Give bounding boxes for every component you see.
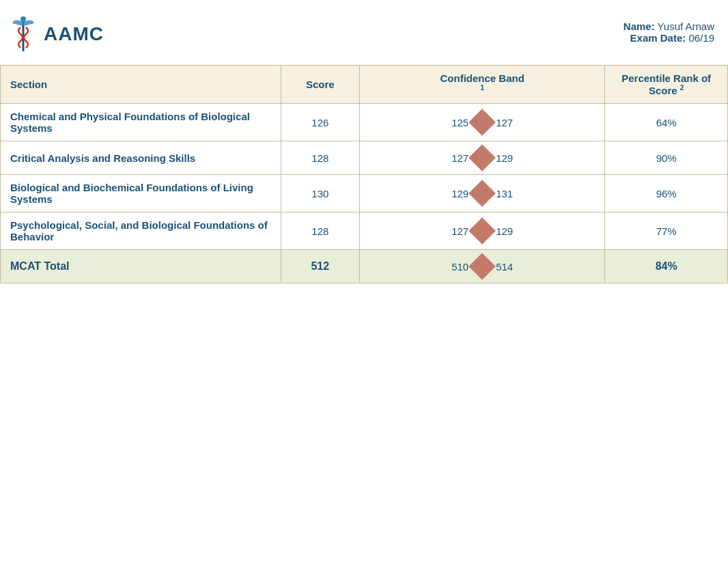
total-row: MCAT Total 512 510 514 84%	[1, 250, 728, 283]
percentile-rank-note: 2	[680, 84, 684, 92]
header: AAMC Name: Yusuf Arnaw Exam Date: 06/19	[0, 7, 728, 61]
total-band-high: 514	[496, 261, 513, 273]
total-band-low: 510	[451, 261, 468, 273]
band-visual: 125 127	[451, 113, 513, 132]
total-section-cell: MCAT Total	[1, 250, 281, 283]
table-row: Biological and Biochemical Foundations o…	[1, 175, 728, 212]
percentile-cell: 96%	[605, 175, 728, 212]
band-cell: 127 129	[360, 212, 605, 250]
exam-date-line: Exam Date: 06/19	[624, 32, 714, 44]
confidence-band-note: 1	[480, 84, 484, 92]
diamond-icon	[468, 217, 496, 245]
band-low: 129	[451, 188, 468, 199]
band-high: 131	[496, 188, 513, 199]
col-percentile-rank: Percentile Rank of Score 2	[605, 66, 728, 104]
total-band-visual: 510 514	[451, 257, 513, 276]
score-cell: 128	[281, 212, 359, 250]
percentile-cell: 64%	[605, 104, 728, 141]
aamc-logo-icon	[7, 14, 40, 55]
percentile-cell: 77%	[605, 212, 728, 250]
logo-text: AAMC	[44, 23, 104, 45]
exam-date-label: Exam Date:	[630, 32, 686, 44]
section-cell: Critical Analysis and Reasoning Skills	[1, 141, 281, 175]
diamond-icon	[468, 144, 496, 171]
table-row: Psychological, Social, and Biological Fo…	[1, 212, 728, 250]
col-confidence-band: Confidence Band 1	[360, 66, 605, 104]
score-cell: 128	[281, 141, 359, 175]
exam-date-value: 06/19	[688, 32, 714, 44]
table-row: Critical Analysis and Reasoning Skills 1…	[1, 141, 728, 175]
svg-point-1	[20, 16, 26, 22]
total-score-cell: 512	[281, 250, 359, 283]
total-band-cell: 510 514	[360, 250, 605, 283]
section-cell: Chemical and Physical Foundations of Bio…	[1, 104, 281, 141]
band-cell: 129 131	[360, 175, 605, 212]
percentile-cell: 90%	[605, 141, 728, 175]
band-high: 129	[496, 152, 513, 164]
band-high: 129	[496, 225, 513, 237]
score-cell: 126	[281, 104, 359, 141]
section-cell: Biological and Biochemical Foundations o…	[1, 175, 281, 212]
score-cell: 130	[281, 175, 359, 212]
band-low: 127	[451, 225, 468, 237]
band-cell: 125 127	[360, 104, 605, 141]
total-percentile-cell: 84%	[605, 250, 728, 283]
band-high: 127	[496, 117, 513, 128]
band-visual: 129 131	[451, 184, 513, 203]
table-header-row: Section Score Confidence Band 1 Percenti…	[1, 66, 728, 104]
band-low: 127	[451, 152, 468, 164]
header-info: Name: Yusuf Arnaw Exam Date: 06/19	[624, 14, 714, 44]
name-line: Name: Yusuf Arnaw	[624, 20, 714, 32]
band-low: 125	[451, 117, 468, 128]
diamond-icon	[468, 180, 496, 207]
table-row: Chemical and Physical Foundations of Bio…	[1, 104, 728, 141]
section-cell: Psychological, Social, and Biological Fo…	[1, 212, 281, 250]
diamond-icon	[468, 109, 496, 136]
col-score: Score	[281, 66, 359, 104]
band-visual: 127 129	[451, 221, 513, 240]
col-section: Section	[1, 66, 281, 104]
score-table: Section Score Confidence Band 1 Percenti…	[0, 65, 728, 283]
band-visual: 127 129	[451, 148, 513, 167]
total-diamond-icon	[468, 253, 496, 280]
logo-area: AAMC	[7, 14, 104, 55]
name-label: Name:	[624, 20, 655, 32]
page-container: AAMC Name: Yusuf Arnaw Exam Date: 06/19 …	[0, 0, 728, 290]
name-value: Yusuf Arnaw	[658, 20, 714, 32]
band-cell: 127 129	[360, 141, 605, 175]
